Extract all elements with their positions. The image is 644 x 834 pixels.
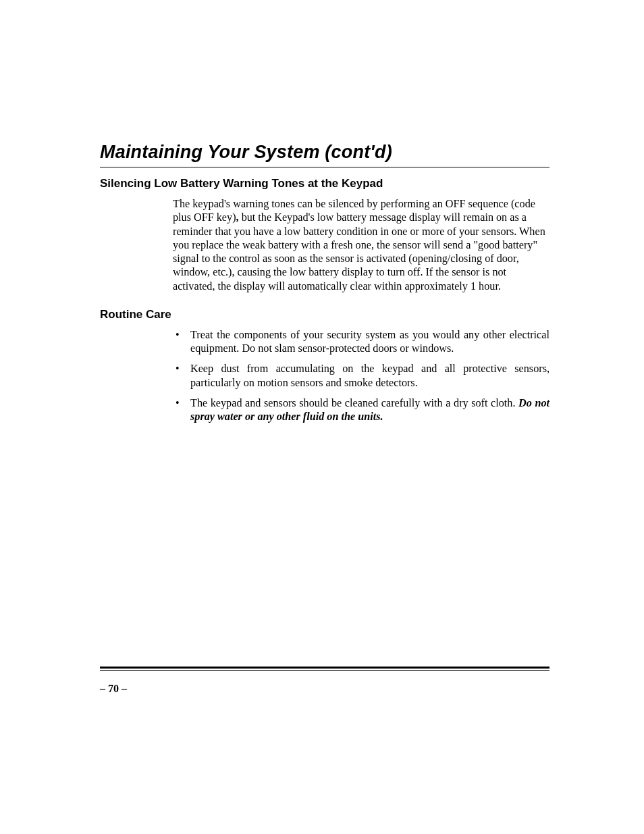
bullet-text: Keep dust from accumulating on the keypa… xyxy=(190,363,549,388)
bullet-text: Treat the components of your security sy… xyxy=(190,329,549,355)
list-item: Treat the components of your security sy… xyxy=(173,328,549,356)
page-footer: – 70 – xyxy=(100,667,549,695)
silencing-paragraph: The keypad's warning tones can be silenc… xyxy=(173,197,549,293)
section-body-routine: Treat the components of your security sy… xyxy=(173,328,549,424)
title-rule xyxy=(100,167,549,167)
section-heading-routine: Routine Care xyxy=(100,308,549,321)
page-number: – 70 – xyxy=(100,683,549,695)
bullet-text: The keypad and sensors should be cleaned… xyxy=(190,397,518,409)
footer-rule-thick xyxy=(100,667,549,669)
list-item: Keep dust from accumulating on the keypa… xyxy=(173,362,549,390)
section-heading-silencing: Silencing Low Battery Warning Tones at t… xyxy=(100,177,549,190)
section-body-silencing: The keypad's warning tones can be silenc… xyxy=(173,197,549,293)
footer-rule-thin xyxy=(100,670,549,671)
page: Maintaining Your System (cont'd) Silenci… xyxy=(0,0,644,834)
routine-bullet-list: Treat the components of your security sy… xyxy=(173,328,549,424)
list-item: The keypad and sensors should be cleaned… xyxy=(173,396,549,424)
page-title: Maintaining Your System (cont'd) xyxy=(100,142,549,163)
